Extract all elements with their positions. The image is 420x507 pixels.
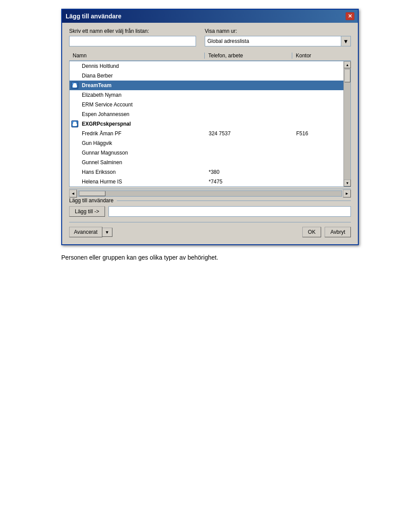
list-item[interactable]: Gun Häggvik xyxy=(70,138,343,148)
hscroll-track xyxy=(78,190,342,197)
bottom-buttons: Avancerat ▼ OK Avbryt xyxy=(69,227,351,237)
dialog-body: Skriv ett namn eller välj från listan: V… xyxy=(62,23,358,244)
list-item[interactable]: Dennis Holtlund xyxy=(70,61,343,71)
list-item[interactable]: ERM Service Account xyxy=(70,100,343,109)
list-item-name: Helena Hurme IS xyxy=(80,179,205,185)
list-item-office: F516 xyxy=(293,130,343,137)
add-section: Lägg till användare Lägg till -> xyxy=(69,197,351,217)
view-dropdown-value: Global adresslista xyxy=(205,37,341,46)
col-name-header: Namn xyxy=(69,53,205,59)
bottom-right-buttons: OK Avbryt xyxy=(302,227,351,237)
list-item[interactable]: DreamTeam xyxy=(70,81,343,90)
scrollbar-down-button[interactable]: ▼ xyxy=(344,180,351,187)
view-dropdown[interactable]: Global adresslista ▼ xyxy=(205,36,351,46)
list-item-name: Diana Berber xyxy=(80,73,205,79)
advanced-button-group: Avancerat ▼ xyxy=(69,227,112,237)
list-item-phone: *380 xyxy=(205,169,293,175)
hscroll-left-button[interactable]: ◄ xyxy=(69,190,77,197)
list-item[interactable]: Elizabeth Nyman xyxy=(70,90,343,100)
close-button[interactable]: ✕ xyxy=(346,12,354,20)
list-item[interactable]: Espen Johannessen xyxy=(70,109,343,119)
add-input[interactable] xyxy=(108,206,351,217)
dialog-wrapper: Lägg till användare ✕ Skriv ett namn ell… xyxy=(61,9,359,261)
add-button[interactable]: Lägg till -> xyxy=(69,206,105,217)
list-item-name: Espen Johannessen xyxy=(80,111,205,117)
advanced-arrow-button[interactable]: ▼ xyxy=(102,228,112,237)
list-item-name: Gun Häggvik xyxy=(80,140,205,146)
view-group: Visa namn ur: Global adresslista ▼ xyxy=(205,28,351,46)
list-item[interactable]: Hans Eriksson*380 xyxy=(70,167,343,177)
list-item-icon xyxy=(70,82,80,89)
list-item-phone: 324 7537 xyxy=(205,130,293,137)
list-item[interactable]: Gunnar Magnusson xyxy=(70,148,343,158)
ok-button[interactable]: OK xyxy=(302,227,321,237)
list-item-name: DreamTeam xyxy=(80,82,205,88)
hscroll-thumb[interactable] xyxy=(79,191,105,196)
list-item-name: Gunnar Magnusson xyxy=(80,150,205,156)
col-office-header: Kontor xyxy=(292,53,344,59)
add-section-label: Lägg till användare xyxy=(69,197,351,204)
divider xyxy=(69,222,351,222)
hscroll-right-button[interactable]: ► xyxy=(343,190,351,197)
dialog-title: Lägg till användare xyxy=(66,13,122,20)
cancel-button[interactable]: Avbryt xyxy=(325,227,351,237)
form-row: Skriv ett namn eller välj från listan: V… xyxy=(69,28,351,46)
advanced-button[interactable]: Avancerat xyxy=(69,227,102,237)
title-bar: Lägg till användare ✕ xyxy=(62,10,358,23)
list-container: Namn Telefon, arbete Kontor Dennis Holtl… xyxy=(69,51,351,197)
list-item-name: EXGRPcskperspnal xyxy=(80,121,205,127)
list-item[interactable]: EXGRPcskperspnal xyxy=(70,119,343,129)
list-item-name: Elizabeth Nyman xyxy=(80,92,205,98)
add-row: Lägg till -> xyxy=(69,206,351,217)
list-scrollbar[interactable]: ▲ ▼ xyxy=(343,61,350,187)
list-item-name: Hans Eriksson xyxy=(80,169,205,175)
horizontal-scrollbar[interactable]: ◄ ► xyxy=(69,189,351,197)
list-item-phone: *7475 xyxy=(205,179,293,185)
scrollbar-thumb[interactable] xyxy=(344,69,350,82)
list-item-name: Dennis Holtlund xyxy=(80,63,205,69)
group-icon xyxy=(71,120,78,127)
list-item[interactable]: Diana Berber xyxy=(70,71,343,81)
list-header: Namn Telefon, arbete Kontor xyxy=(69,51,351,61)
dialog: Lägg till användare ✕ Skriv ett namn ell… xyxy=(61,9,359,245)
list-item[interactable]: Helena Hurme IS*7475 xyxy=(70,177,343,187)
list-item-name: Gunnel Salminen xyxy=(80,159,205,165)
list-item-icon xyxy=(70,120,80,127)
footer-text: Personen eller gruppen kan ges olika typ… xyxy=(61,254,359,261)
list-item-name: Fredrik Åman PF xyxy=(80,130,205,137)
scrollbar-up-button[interactable]: ▲ xyxy=(344,61,351,68)
search-label: Skriv ett namn eller välj från listan: xyxy=(69,28,196,34)
col-phone-header: Telefon, arbete xyxy=(205,53,292,59)
list-item-name: ERM Service Account xyxy=(80,102,205,108)
list-item[interactable]: Gunnel Salminen xyxy=(70,158,343,167)
list-item[interactable]: Fredrik Åman PF324 7537F516 xyxy=(70,129,343,138)
list-main: Dennis HoltlundDiana BerberDreamTeamEliz… xyxy=(70,61,343,187)
scrollbar-track xyxy=(344,68,350,180)
list-outer: Dennis HoltlundDiana BerberDreamTeamEliz… xyxy=(69,61,351,187)
search-input[interactable] xyxy=(69,36,196,46)
search-group: Skriv ett namn eller välj från listan: xyxy=(69,28,196,46)
view-label: Visa namn ur: xyxy=(205,28,351,34)
group-icon xyxy=(71,82,78,89)
dropdown-arrow-icon[interactable]: ▼ xyxy=(341,36,350,46)
